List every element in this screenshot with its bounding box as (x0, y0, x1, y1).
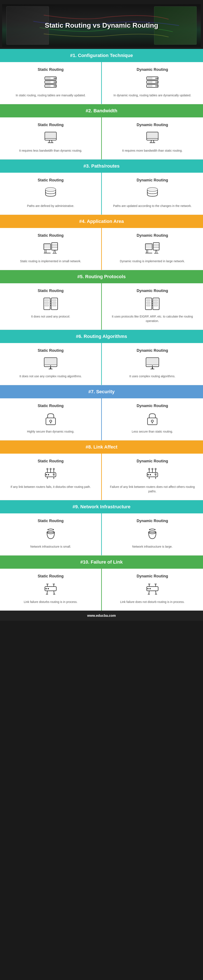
svg-rect-10 (46, 81, 51, 83)
svg-rect-54 (153, 243, 159, 250)
svg-point-6 (55, 81, 56, 83)
svg-line-27 (52, 140, 52, 143)
section-10: #10. Failure of Link Static Routing Link… (0, 555, 203, 611)
svg-rect-21 (148, 78, 152, 79)
svg-point-8 (55, 85, 56, 86)
sections-container: #1. Configuration Technique Static Routi… (0, 49, 203, 611)
svg-point-107 (50, 468, 51, 469)
svg-rect-70 (52, 305, 56, 306)
svg-line-150 (149, 591, 149, 594)
svg-point-15 (155, 78, 157, 79)
section-8: #8. Link Affect Static Routing If (0, 441, 203, 500)
svg-point-130 (53, 529, 54, 530)
svg-point-18 (157, 81, 158, 83)
dynamic-col-7: Dynamic Routing Less secure than static … (102, 398, 203, 440)
dynamic-col-4: Dynamic Routing Dynamic routing is imple… (102, 228, 203, 270)
static-text-8: If any link between routers fails, it di… (6, 485, 95, 489)
section-4: #4. Application Area Static Routing Stat… (0, 215, 203, 270)
dynamic-text-4: Dynamic routing is implemented in large … (108, 259, 197, 264)
svg-point-5 (54, 81, 55, 83)
footer-url: www.educba.com (87, 614, 116, 617)
svg-rect-51 (146, 244, 152, 248)
dynamic-col-1: Dynamic Routing In dynamic routing, rout… (102, 62, 203, 104)
dynamic-title-7: Dynamic Routing (108, 404, 197, 408)
comparison-row-3: Static Routing Paths are defined by admi… (0, 173, 203, 215)
svg-line-32 (151, 140, 151, 143)
svg-line-85 (51, 367, 51, 369)
section-6: #6. Routing Algorithms Static Routing It… (0, 330, 203, 385)
svg-rect-67 (45, 305, 49, 306)
page-title: Static Routing vs Dynamic Routing (32, 16, 171, 35)
section-header-8: #8. Link Affect (0, 441, 203, 453)
comparison-row-5: Static Routing It does not used any prot… (0, 283, 203, 329)
svg-point-129 (48, 529, 48, 530)
static-icon-1 (42, 75, 59, 90)
static-icon-3 (42, 186, 59, 200)
dynamic-title-10: Dynamic Routing (108, 574, 197, 579)
section-number-10: #10. Failure of Link (80, 559, 123, 565)
svg-rect-90 (147, 359, 158, 365)
svg-line-151 (155, 591, 156, 594)
static-col-4: Static Routing Static routing is impleme… (0, 228, 102, 270)
header: Static Routing vs Dynamic Routing (0, 0, 203, 49)
dynamic-title-3: Dynamic Routing (108, 178, 197, 183)
svg-point-95 (152, 365, 153, 366)
static-text-1: In static routing, routing tables are ma… (6, 93, 95, 98)
comparison-row-10: Static Routing Link failure disturbs rou… (0, 569, 203, 611)
svg-point-143 (46, 588, 47, 589)
svg-rect-23 (148, 85, 152, 87)
svg-point-113 (53, 474, 54, 475)
dynamic-text-10: Link failure does not disturb routing is… (108, 600, 197, 604)
static-icon-4 (42, 241, 59, 256)
dynamic-title-9: Dynamic Routing (108, 519, 197, 523)
section-number-1: #1. Configuration Technique (70, 53, 133, 58)
svg-point-17 (155, 81, 157, 83)
svg-line-33 (154, 140, 154, 143)
svg-point-106 (47, 468, 48, 469)
svg-point-132 (149, 529, 150, 530)
svg-point-119 (149, 468, 150, 469)
section-header-4: #4. Application Area (0, 215, 203, 228)
section-number-3: #3. Paths/routes (84, 163, 120, 169)
comparison-row-9: Static Routing Network infrastructure is… (0, 513, 203, 555)
section-header-7: #7. Security (0, 385, 203, 398)
svg-rect-35 (148, 133, 157, 138)
section-9: #9. Network Infrastructure Static Routin… (0, 500, 203, 555)
section-2: #2. Bandwidth Static Routing It requires… (0, 104, 203, 159)
dynamic-title-4: Dynamic Routing (108, 233, 197, 238)
svg-point-108 (53, 468, 54, 469)
dynamic-text-3: Paths are updated according to the chang… (108, 204, 197, 208)
dynamic-text-1: In dynamic routing, routing tables are d… (108, 93, 197, 98)
static-title-7: Static Routing (6, 404, 95, 408)
dynamic-col-9: Dynamic Routing Network infrastructure i… (102, 513, 203, 555)
svg-rect-42 (45, 250, 46, 253)
page-wrapper: Static Routing vs Dynamic Routing #1. Co… (0, 0, 203, 621)
static-col-3: Static Routing Paths are defined by admi… (0, 173, 102, 215)
section-7: #7. Security Static Routing Highly secur… (0, 385, 203, 441)
static-title-3: Static Routing (6, 178, 95, 183)
svg-rect-96 (46, 418, 56, 425)
dynamic-icon-8 (144, 467, 161, 482)
svg-point-39 (147, 188, 157, 191)
dynamic-icon-6 (144, 356, 161, 371)
dynamic-col-10: Dynamic Routing Link failure does not di… (102, 569, 203, 611)
static-title-4: Static Routing (6, 233, 95, 238)
dynamic-text-8: Failure of any link between routers does… (108, 485, 197, 494)
header-image: Static Routing vs Dynamic Routing (2, 4, 201, 47)
section-number-6: #6. Routing Algorithms (76, 334, 127, 339)
section-number-5: #5. Routing Protocols (78, 274, 125, 279)
svg-line-26 (49, 140, 49, 143)
svg-point-125 (150, 474, 151, 475)
section-header-5: #5. Routing Protocols (0, 270, 203, 283)
static-col-8: Static Routing If any link between route… (0, 453, 102, 500)
svg-point-111 (46, 474, 47, 475)
dynamic-text-7: Less secure than static routing. (108, 430, 197, 434)
svg-rect-99 (147, 418, 157, 425)
static-icon-10 (42, 582, 59, 597)
section-number-8: #8. Link Affect (86, 444, 117, 450)
static-title-9: Static Routing (6, 519, 95, 523)
svg-point-100 (151, 420, 154, 422)
static-text-3: Paths are defined by administrative. (6, 204, 95, 208)
svg-point-88 (50, 365, 51, 366)
static-icon-8 (42, 467, 59, 482)
